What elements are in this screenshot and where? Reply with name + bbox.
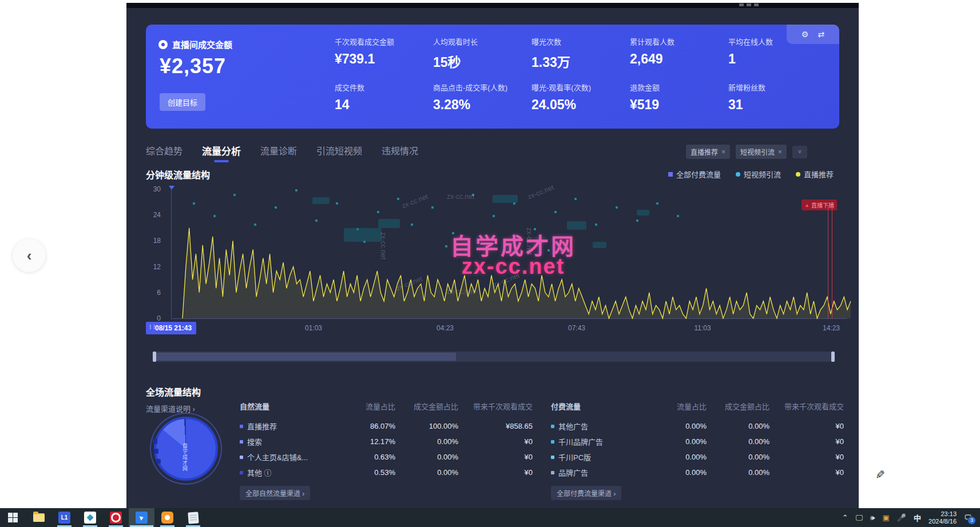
notification-icon[interactable]: 🗨3 bbox=[964, 513, 972, 522]
pen-icon: ✎ bbox=[873, 470, 887, 480]
x-tick-label: 11:03 bbox=[694, 324, 711, 332]
tab-traffic-diagnosis[interactable]: 流量诊断 bbox=[260, 143, 297, 162]
marker-line bbox=[832, 205, 832, 318]
plot-area: zx-cc.net zx-cc.net zx-cc.net zx-cc.net … bbox=[172, 187, 854, 322]
table-row[interactable]: 直播推荐 86.07% 100.00% ¥858.65 bbox=[240, 418, 533, 434]
start-button[interactable] bbox=[0, 508, 26, 527]
scatter-point bbox=[254, 223, 256, 226]
tab-short-video[interactable]: 引流短视频 bbox=[316, 143, 362, 162]
table-row[interactable]: 其他广告 0.00% 0.00% ¥0 bbox=[551, 418, 844, 434]
x-axis-start-badge[interactable]: 08/15 21:43 bbox=[146, 322, 196, 334]
meeting-app-icon bbox=[84, 512, 96, 524]
column-header: 成交金额占比 bbox=[395, 401, 458, 412]
microphone-icon[interactable]: 🎤 bbox=[897, 513, 906, 522]
close-icon[interactable]: × bbox=[778, 148, 782, 156]
tab-traffic-analysis[interactable]: 流量分析 bbox=[202, 143, 241, 162]
column-header: 自然流量 bbox=[240, 401, 338, 412]
metric: 新增粉丝数 31 bbox=[728, 82, 827, 122]
browser-app-button[interactable] bbox=[129, 508, 154, 527]
y-tick-label: 12 bbox=[153, 263, 161, 271]
legend-live-recommend[interactable]: 直播推荐 bbox=[796, 169, 834, 179]
windows-logo-icon bbox=[8, 513, 18, 522]
all-natural-channels-link[interactable]: 全部自然流量渠道 › bbox=[240, 486, 310, 500]
scatter-point bbox=[275, 206, 277, 209]
volume-icon[interactable]: 🕪 bbox=[870, 513, 875, 522]
y-axis-line bbox=[171, 188, 172, 320]
watermark-blob bbox=[344, 228, 382, 242]
notepad-button[interactable] bbox=[180, 508, 206, 527]
legend-short-video[interactable]: 短视频引流 bbox=[736, 169, 781, 179]
chip-short-video[interactable]: 短视频引流 × bbox=[736, 145, 787, 159]
taskbar-apps: L1 bbox=[0, 508, 206, 527]
table-row[interactable]: 搜索 12.17% 0.00% ¥0 bbox=[240, 434, 533, 449]
x-tick-label: 01:03 bbox=[305, 324, 322, 332]
scatter-point bbox=[295, 189, 297, 191]
all-paid-channels-link[interactable]: 全部付费流量渠道 › bbox=[551, 486, 621, 500]
meeting-app-button[interactable] bbox=[77, 508, 103, 527]
tray-chevron-icon[interactable]: ⌃ bbox=[842, 513, 848, 522]
gmv-value: ¥2,357 bbox=[160, 54, 226, 78]
chevron-down-icon[interactable]: ˅ bbox=[792, 146, 807, 158]
donut-segment bbox=[153, 438, 157, 444]
camera-app-button[interactable] bbox=[154, 508, 180, 527]
windows-taskbar: L1 ⌃ 🖵 🕪 ▣ 🎤 中 23:13 2024/8/16 🗨3 bbox=[0, 508, 980, 527]
paid-traffic-table: 付费流量 流量占比 成交金额占比 带来千次观看成交 其他广告 0.00% 0.0… bbox=[551, 401, 844, 500]
network-icon[interactable]: 🖵 bbox=[856, 513, 863, 522]
marker-line bbox=[828, 205, 828, 318]
channel-bullet-icon bbox=[240, 440, 243, 444]
x-tick-label: 04:23 bbox=[437, 324, 454, 332]
metric: 千次观看成交金额 ¥739.1 bbox=[335, 36, 433, 76]
recorder-app-button[interactable] bbox=[103, 508, 129, 527]
legend-dot-icon bbox=[796, 172, 800, 177]
snip-tool-icon[interactable]: ▣ bbox=[883, 513, 890, 522]
warning-icon: ▲ bbox=[804, 202, 810, 208]
slider-handle-right[interactable] bbox=[831, 352, 835, 362]
y-tick-label: 30 bbox=[153, 185, 161, 193]
scatter-point bbox=[315, 219, 318, 222]
table-row[interactable]: 品牌广告 0.00% 0.00% ¥0 bbox=[551, 465, 844, 480]
channel-explain-link[interactable]: 流量渠道说明 › bbox=[146, 403, 195, 414]
channel-bullet-icon bbox=[551, 440, 554, 444]
scatter-point bbox=[574, 198, 577, 200]
close-icon[interactable]: × bbox=[721, 148, 725, 156]
create-goal-button[interactable]: 创建目标 bbox=[160, 93, 205, 111]
file-explorer-button[interactable] bbox=[26, 508, 51, 527]
tab-violations[interactable]: 违规情况 bbox=[382, 143, 418, 162]
scatter-point bbox=[677, 215, 679, 217]
system-tray: ⌃ 🖵 🕪 ▣ 🎤 中 23:13 2024/8/16 🗨3 bbox=[842, 508, 980, 527]
filter-chips: 直播推荐 × 短视频引流 × ˅ bbox=[686, 145, 807, 159]
watermark: zx-cc.net bbox=[379, 232, 387, 259]
dashboard-window: ⚙ ⇄ 直播间成交金额 ¥2,357 创建目标 千次观看成交金额 ¥739.1 … bbox=[126, 3, 859, 508]
watermark: zx-cc.net bbox=[447, 193, 474, 201]
back-button[interactable]: ‹ bbox=[13, 239, 46, 272]
table-row[interactable]: 千川品牌广告 0.00% 0.00% ¥0 bbox=[551, 434, 844, 449]
scatter-point bbox=[636, 219, 638, 222]
traffic-donut-chart: 自学成才网 bbox=[154, 417, 218, 481]
scatter-point bbox=[336, 202, 338, 205]
watermark: zx-cc.net bbox=[447, 288, 474, 296]
x-axis-labels: 01:0304:2307:4311:0314:23 bbox=[172, 324, 854, 336]
table-row[interactable]: 千川PC版 0.00% 0.00% ¥0 bbox=[551, 449, 844, 465]
time-range-slider[interactable] bbox=[153, 352, 835, 362]
scatter-point bbox=[493, 215, 495, 217]
l1-app-button[interactable]: L1 bbox=[51, 508, 77, 527]
summary-card: ⚙ ⇄ 直播间成交金额 ¥2,357 创建目标 千次观看成交金额 ¥739.1 … bbox=[146, 25, 839, 129]
minute-traffic-chart[interactable]: 0612182430 zx-cc.net zx-cc.net zx-cc.net… bbox=[146, 187, 848, 358]
column-header: 付费流量 bbox=[551, 401, 649, 412]
y-tick-label: 0 bbox=[157, 314, 161, 322]
donut-segment bbox=[156, 459, 161, 464]
ime-indicator[interactable]: 中 bbox=[914, 512, 921, 523]
channel-bullet-icon bbox=[240, 456, 243, 459]
table-row[interactable]: 个人主页&店铺&... 0.63% 0.00% ¥0 bbox=[240, 449, 533, 465]
tab-overall-trend[interactable]: 综合趋势 bbox=[146, 143, 182, 162]
scatter-point bbox=[431, 206, 434, 209]
chip-live-recommend[interactable]: 直播推荐 × bbox=[686, 145, 730, 159]
chart-legend: 全部付费流量 短视频引流 直播推荐 bbox=[668, 169, 834, 179]
legend-paid[interactable]: 全部付费流量 bbox=[668, 169, 721, 179]
channel-bullet-icon bbox=[551, 471, 554, 474]
table-row[interactable]: 其他 ⓘ 0.53% 0.00% ¥0 bbox=[240, 465, 533, 480]
taskbar-clock[interactable]: 23:13 2024/8/16 bbox=[929, 510, 957, 525]
metric: 商品点击-成交率(人数) 3.28% bbox=[433, 82, 531, 122]
slider-handle-left[interactable] bbox=[153, 352, 156, 362]
channel-bullet-icon bbox=[551, 425, 554, 428]
